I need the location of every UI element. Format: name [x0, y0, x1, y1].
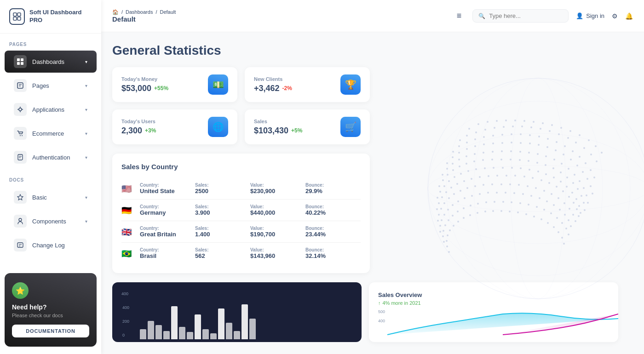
signin-label: Sign in [586, 12, 604, 19]
search-bar[interactable]: 🔍 [472, 9, 569, 23]
svg-point-170 [445, 191, 447, 193]
signin-button[interactable]: 👤 Sign in [576, 12, 604, 19]
sales-overview-card: Sales Overview ↑ 4% more in 2021 500 400 [369, 282, 618, 342]
svg-point-98 [592, 193, 593, 194]
svg-point-66 [511, 133, 512, 135]
sidebar-item-components[interactable]: Components ▾ [5, 210, 97, 232]
stats-row: Today's Money $53,000 +55% 💵 New Clients… [112, 67, 370, 144]
svg-point-27 [477, 123, 479, 125]
svg-point-49 [521, 126, 523, 127]
svg-point-155 [511, 167, 513, 169]
flag-de: 🇩🇪 [121, 206, 134, 215]
svg-point-140 [577, 188, 579, 190]
svg-point-133 [528, 160, 529, 162]
svg-rect-22 [17, 243, 23, 247]
svg-point-160 [553, 177, 555, 178]
svg-point-34 [542, 122, 544, 124]
search-input[interactable] [489, 12, 563, 19]
svg-point-220 [464, 197, 466, 199]
sidebar-item-changelog[interactable]: Change Log [5, 234, 97, 256]
sidebar-help-card: ⭐ Need help? Please check our docs DOCUM… [5, 273, 97, 347]
search-icon: 🔍 [478, 13, 485, 19]
sidebar-item-authentication[interactable]: Authentication ▾ [5, 146, 97, 168]
svg-point-26 [468, 128, 470, 130]
notifications-icon[interactable]: 🔔 [625, 12, 633, 20]
sidebar-item-ecommerce[interactable]: Ecommerce ▾ [5, 122, 97, 144]
components-label: Components [32, 218, 80, 225]
svg-point-127 [473, 160, 475, 162]
svg-point-207 [551, 193, 552, 195]
svg-point-48 [512, 126, 514, 127]
documentation-button[interactable]: DOCUMENTATION [12, 325, 89, 337]
sidebar-item-pages[interactable]: Pages ▾ [5, 74, 97, 97]
svg-point-234 [568, 219, 569, 221]
bar-8 [195, 314, 201, 339]
svg-point-16 [20, 135, 21, 136]
basic-arrow: ▾ [85, 195, 87, 200]
svg-point-114 [561, 163, 563, 165]
svg-point-36 [560, 127, 562, 129]
svg-point-284 [428, 101, 644, 276]
country-row-br: 🇧🇷 Country: Brasil Sales: 562 Value: $14… [121, 243, 361, 264]
svg-point-226 [513, 192, 515, 194]
svg-point-206 [543, 190, 545, 192]
changelog-label: Change Log [32, 242, 87, 249]
basic-icon [14, 191, 27, 204]
svg-point-101 [452, 163, 454, 165]
sales-by-country-title: Sales by Country [121, 163, 361, 171]
svg-point-60 [458, 145, 460, 147]
svg-point-274 [525, 213, 527, 215]
svg-point-257 [565, 228, 567, 229]
svg-point-225 [505, 192, 506, 194]
svg-rect-18 [18, 154, 23, 160]
bar-15 [249, 319, 256, 339]
svg-point-277 [547, 222, 549, 224]
svg-point-184 [556, 186, 558, 188]
breadcrumb-home-icon[interactable]: 🏠 [112, 9, 119, 15]
svg-point-245 [477, 203, 479, 205]
svg-point-273 [517, 211, 519, 213]
svg-point-174 [471, 178, 472, 180]
svg-point-115 [568, 168, 569, 170]
svg-point-88 [529, 143, 531, 144]
svg-point-50 [530, 126, 532, 128]
stat-card-clients: New Clients +3,462 -2% 🏆 [245, 67, 370, 102]
svg-point-253 [543, 209, 545, 211]
svg-point-144 [437, 197, 438, 199]
svg-point-46 [494, 127, 495, 129]
svg-point-260 [446, 246, 448, 247]
svg-point-205 [535, 187, 537, 189]
y-label-400: 400 [378, 319, 385, 323]
svg-point-183 [548, 182, 550, 184]
svg-rect-2 [13, 17, 17, 20]
svg-rect-4 [17, 58, 20, 61]
svg-point-17 [22, 135, 23, 136]
svg-point-71 [556, 141, 558, 143]
y-axis-0: 0 [122, 333, 125, 337]
svg-point-199 [483, 184, 484, 186]
applications-label: Applications [32, 106, 80, 113]
sidebar-item-basic[interactable]: Basic ▾ [5, 186, 97, 208]
svg-point-51 [540, 128, 541, 130]
col-value-sales-br: 562 [195, 252, 241, 259]
breadcrumb-dashboards[interactable]: Dashboards [126, 9, 153, 15]
sidebar-item-applications[interactable]: Applications ▾ [5, 98, 97, 120]
svg-point-70 [547, 138, 549, 140]
svg-point-192 [440, 208, 442, 210]
svg-point-108 [510, 150, 512, 152]
svg-point-37 [569, 130, 571, 132]
country-row-de: 🇩🇪 Country: Germany Sales: 3.900 Value: … [121, 200, 361, 221]
svg-point-177 [496, 175, 498, 177]
svg-point-92 [563, 154, 564, 155]
hamburger-icon[interactable]: ≡ [457, 11, 462, 21]
sidebar-item-dashboards[interactable]: Dashboards ▾ [5, 51, 97, 73]
svg-point-242 [457, 211, 459, 212]
ecommerce-icon [14, 127, 27, 140]
y-label-400: 400 [121, 291, 128, 296]
svg-point-266 [463, 217, 465, 219]
svg-point-52 [549, 130, 551, 132]
svg-point-61 [466, 142, 468, 143]
col-country-gb: Country: Great Britain [140, 226, 186, 238]
svg-point-190 [437, 220, 439, 222]
settings-icon[interactable]: ⚙ [612, 12, 618, 20]
